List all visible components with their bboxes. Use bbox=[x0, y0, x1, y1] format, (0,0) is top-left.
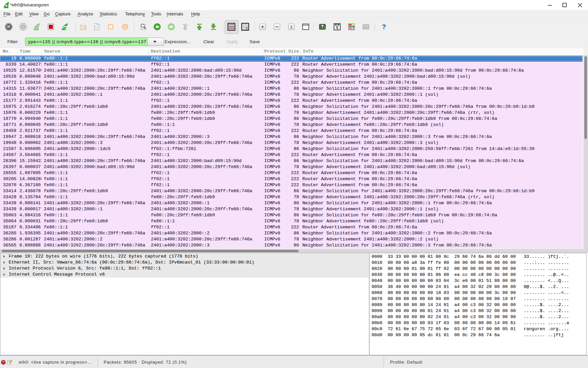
svg-text:1: 1 bbox=[290, 25, 293, 29]
svg-text:0111: 0111 bbox=[95, 28, 99, 30]
